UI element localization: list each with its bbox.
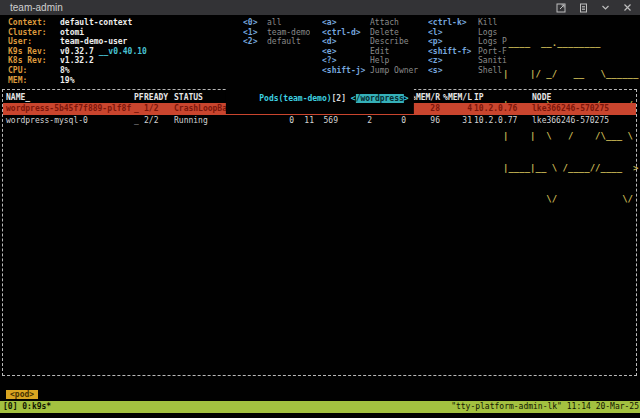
menu-item-sanitize: <z>Saniti [428,56,508,66]
menu-item-logs-previous: <p>Logs P [428,37,508,47]
info-user: User:team-demo-user [8,37,147,47]
menu-item-ns-team-demo: <1>team-demo [243,28,310,38]
cell-pf: _ [134,115,144,126]
menu-item-jump-owner: <shift-j>Jump Owner [322,66,428,76]
col-node[interactable]: NODE [524,92,633,103]
cell-mem-r: 96 [406,115,440,126]
resource-name: Pods [259,94,278,103]
cell-mem-l: 4 [440,103,472,114]
col-mem-l[interactable]: %MEM/L [440,92,472,103]
window-title: team-admin [10,2,63,13]
menu-item-logs: <l>Logs [428,28,508,38]
cell-node: lke366246-570275 [524,103,633,114]
menu-item-ns-all: <0>all [243,18,310,28]
cell-restarts: 0 [250,115,294,126]
menu-item-edit: <e>Edit [322,47,428,57]
tmux-host-time: "tty-platform-admin-lk" 11:14 20-Mar-25 [451,401,640,413]
menu-item-describe: <d>Describe [322,37,428,47]
cell-cpu-l: 0 [372,115,406,126]
cell-name: wordpress-5b45f7f889-plf8f [6,103,134,114]
info-cpu: CPU:8% [8,66,147,76]
col-ip[interactable]: IP [472,92,524,103]
menu-item-attach: <a>Attach [322,18,428,28]
action-menu-1: <a>Attach <ctrl-d>Delete <d>Describe <e>… [322,18,428,76]
cell-cpu-r: 2 [338,115,372,126]
cell-status: Running [174,115,250,126]
copy-tab-icon[interactable] [579,3,588,13]
menu-item-port-forward: <shift-f>Port-F [428,47,508,57]
window-controls [556,0,632,15]
window-titlebar: team-admin [0,0,640,15]
pods-table: Pods(team-demo)[2] </wordpress> NAME_ PF… [2,89,637,376]
menu-item-help: <?>Help [322,56,428,66]
breadcrumb-pod: <pod> [6,390,38,399]
table-row-wordpress-mysql[interactable]: wordpress-mysql-0 _ 2/2 Running 0 11 569… [3,115,636,126]
col-ready[interactable]: READY [144,92,174,103]
namespace-menu: <0>all <1>team-demo <2>default [243,18,310,47]
active-filter: /wordpress [356,94,404,103]
info-k9s-rev: K9s Rev:v0.32.7__v0.40.10 [8,47,147,57]
col-name[interactable]: NAME_ [6,92,134,103]
cluster-info-panel: Context:default-context Cluster:otomi Us… [8,18,147,85]
breadcrumb: <pod> [6,382,38,401]
namespace-scope: (team-demo) [279,94,332,103]
cell-mem: 569 [314,115,338,126]
chevron-down-icon[interactable] [601,3,610,12]
k9s-upgrade-version: __v0.40.10 [99,47,147,56]
close-icon[interactable] [623,3,632,12]
cell-cpu: 11 [294,115,314,126]
menu-item-ns-default: <2>default [243,37,310,47]
pod-count: [2] [332,94,351,103]
tmux-status-bar: [0] 0:k9s* "tty-platform-admin-lk" 11:14… [0,401,640,413]
cell-pf: _ [134,103,144,114]
info-mem: MEM:19% [8,76,147,86]
cell-ip: 10.2.0.77 [472,115,524,126]
info-cluster: Cluster:otomi [8,28,147,38]
new-window-icon[interactable] [556,3,566,13]
col-pf[interactable]: PF [134,92,144,103]
menu-item-kill: <ctrl-k>Kill [428,18,508,28]
cell-mem-l: 31 [440,115,472,126]
tmux-session-info: [0] 0:k9s* [0,401,51,413]
cell-ready: 1/2 [144,103,174,114]
pods-table-title: Pods(team-demo)[2] </wordpress> [225,84,413,114]
cell-ip: 10.2.0.76 [472,103,524,114]
cell-ready: 2/2 [144,115,174,126]
menu-item-delete: <ctrl-d>Delete [322,28,428,38]
terminal-window: team-admin Context:default-context Clust… [0,0,640,418]
info-k8s-rev: K8s Rev:v1.32.2 [8,56,147,66]
cell-name: wordpress-mysql-0 [6,115,134,126]
cell-node: lke366246-570275 [524,115,633,126]
action-menu-2: <ctrl-k>Kill <l>Logs <p>Logs P <shift-f>… [428,18,508,76]
menu-item-shell: <s>Shell [428,66,508,76]
info-context: Context:default-context [8,18,147,28]
